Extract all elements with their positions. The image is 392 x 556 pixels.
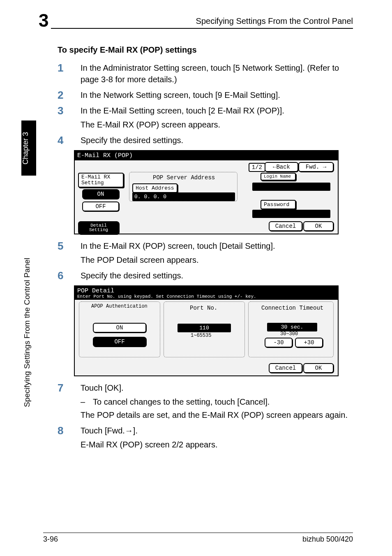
step-1-num: 1 bbox=[58, 62, 81, 85]
on-button[interactable]: ON bbox=[82, 189, 119, 199]
step-6: 6 Specify the desired settings. bbox=[58, 270, 353, 281]
step-7-text: Touch [OK]. bbox=[81, 382, 124, 394]
step-7: 7 Touch [OK]. bbox=[58, 382, 353, 394]
chapter-number-box: 3 bbox=[36, 12, 51, 30]
port-value[interactable]: 110 bbox=[178, 324, 231, 332]
apop-on-button[interactable]: ON bbox=[93, 323, 146, 333]
cancel-button-2[interactable]: Cancel bbox=[269, 363, 302, 373]
timeout-plus-button[interactable]: +30 bbox=[295, 338, 323, 348]
timeout-range: 30~300 bbox=[280, 331, 298, 337]
step-4-num: 4 bbox=[58, 134, 81, 146]
step-3-sub: The E-Mail RX (POP) screen appears. bbox=[81, 119, 353, 130]
step-4: 4 Specify the desired settings. bbox=[58, 134, 353, 146]
top-rule bbox=[43, 28, 353, 29]
screenshot-email-rx-pop: E-Mail RX (POP) 1/2 ←Back Fwd. → E-Mail … bbox=[74, 150, 339, 234]
chapter-number: 3 bbox=[39, 10, 48, 30]
step-8-num: 8 bbox=[58, 425, 81, 436]
side-section-label: Specifying Settings From the Control Pan… bbox=[23, 177, 35, 407]
step-4-text: Specify the desired settings. bbox=[81, 134, 183, 146]
arrow-right-icon: → bbox=[323, 164, 326, 170]
back-label: Back bbox=[276, 164, 290, 170]
step-5-num: 5 bbox=[58, 240, 81, 252]
step-1-text: In the Administrator Setting screen, tou… bbox=[81, 62, 353, 85]
footer-model: bizhub 500/420 bbox=[302, 535, 353, 544]
step-2: 2 In the Network Setting screen, touch [… bbox=[58, 89, 353, 101]
footer-rule bbox=[43, 533, 353, 533]
port-no-label: Port No. bbox=[190, 305, 217, 311]
timeout-value: 30 sec. bbox=[267, 323, 317, 331]
apop-auth-label: APOP Authentication bbox=[91, 304, 148, 309]
screenshot1-titlebar: E-Mail RX (POP) bbox=[75, 151, 338, 160]
step-3: 3 In the E-Mail Setting screen, touch [2… bbox=[58, 105, 353, 116]
login-name-value bbox=[252, 183, 330, 191]
screenshot-pop-detail: POP Detail Enter Port No. using keypad. … bbox=[74, 285, 339, 376]
step-5-sub: The POP Detail screen appears. bbox=[81, 254, 353, 266]
step-7-bullet: – To cancel changes to the setting, touc… bbox=[81, 396, 353, 408]
page-indicator: 1/2 bbox=[249, 163, 265, 172]
email-rx-setting-label: E-Mail RX Setting bbox=[78, 173, 124, 188]
step-7-sub: The POP details are set, and the E-Mail … bbox=[81, 409, 353, 421]
screenshot2-title: POP Detail bbox=[77, 287, 335, 294]
host-address-value: 0. 0. 0. 0 bbox=[132, 192, 235, 201]
ok-button-1[interactable]: OK bbox=[303, 221, 334, 231]
step-6-num: 6 bbox=[58, 270, 81, 281]
step-2-text: In the Network Setting screen, touch [9 … bbox=[81, 89, 280, 101]
ok-button-2[interactable]: OK bbox=[303, 363, 334, 373]
screenshot2-titlebar: POP Detail Enter Port No. using keypad. … bbox=[75, 286, 338, 300]
login-name-button[interactable]: Login Name bbox=[261, 173, 296, 181]
detail-setting-button[interactable]: Detail Setting bbox=[78, 221, 119, 234]
password-value bbox=[252, 210, 330, 218]
dash-icon: – bbox=[81, 396, 93, 408]
step-2-num: 2 bbox=[58, 89, 81, 101]
timeout-minus-button[interactable]: -30 bbox=[265, 338, 293, 348]
password-button[interactable]: Password bbox=[261, 200, 296, 209]
step-3-text: In the E-Mail Setting screen, touch [2 E… bbox=[81, 105, 284, 116]
step-7-bullet-text: To cancel changes to the setting, touch … bbox=[93, 396, 270, 408]
step-5: 5 In the E-Mail RX (POP) screen, touch [… bbox=[58, 240, 353, 252]
step-8-prefix: Touch [Fwd. bbox=[81, 426, 125, 435]
port-range: 1~65535 bbox=[191, 333, 211, 338]
fwd-button[interactable]: Fwd. → bbox=[298, 162, 334, 172]
cancel-button-1[interactable]: Cancel bbox=[269, 221, 302, 231]
section-heading: To specify E-Mail RX (POP) settings bbox=[58, 45, 353, 55]
arrow-right-icon: → bbox=[125, 426, 133, 435]
step-7-num: 7 bbox=[58, 382, 81, 394]
step-8-text: Touch [Fwd.→]. bbox=[81, 425, 138, 436]
step-5-text: In the E-Mail RX (POP) screen, touch [De… bbox=[81, 240, 275, 252]
step-6-text: Specify the desired settings. bbox=[81, 270, 183, 281]
step-8-sub: E-Mail RX (POP) screen 2/2 appears. bbox=[81, 439, 353, 450]
main-content: To specify E-Mail RX (POP) settings 1 In… bbox=[58, 45, 353, 450]
footer-page-number: 3-96 bbox=[43, 535, 58, 544]
side-tab-chapter: Chapter 3 bbox=[21, 120, 36, 176]
step-3-num: 3 bbox=[58, 105, 81, 116]
step-8-suffix: ]. bbox=[133, 426, 138, 435]
off-button[interactable]: OFF bbox=[82, 202, 119, 211]
timeout-label: Connection Timeout bbox=[261, 305, 323, 311]
apop-off-button[interactable]: OFF bbox=[93, 337, 146, 347]
back-button[interactable]: ←Back bbox=[265, 162, 298, 172]
header-title: Specifying Settings From the Control Pan… bbox=[196, 16, 353, 26]
step-8: 8 Touch [Fwd.→]. bbox=[58, 425, 353, 436]
host-address-button[interactable]: Host Address bbox=[132, 183, 178, 193]
step-1: 1 In the Administrator Setting screen, t… bbox=[58, 62, 353, 85]
screenshot2-instruction: Enter Port No. using keypad. Set Connect… bbox=[77, 294, 335, 299]
fwd-label: Fwd. bbox=[306, 164, 320, 170]
